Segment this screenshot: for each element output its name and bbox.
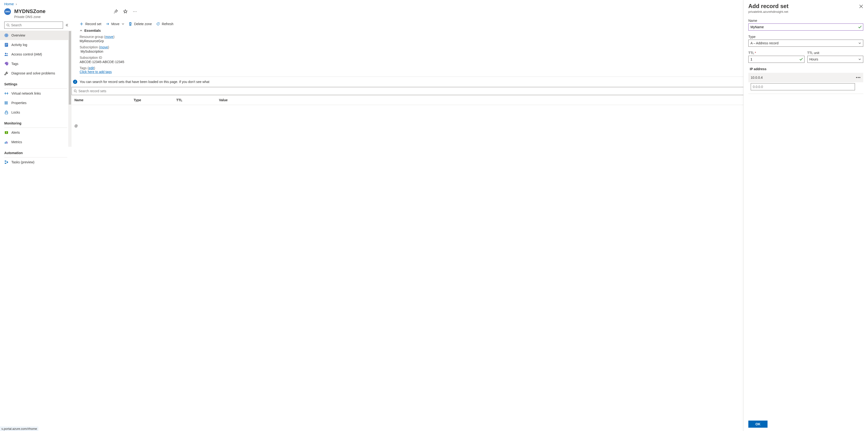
info-message: You can search for record sets that have… <box>80 80 210 84</box>
globe-icon <box>4 33 8 37</box>
essentials-toggle[interactable]: Essentials <box>80 28 860 35</box>
col-ttl[interactable]: TTL <box>176 98 219 102</box>
close-panel-button[interactable] <box>859 4 863 8</box>
page-subtitle: Private DNS zone <box>14 15 99 19</box>
panel-subtitle: privatelink.azurehdinsight.net <box>748 10 863 13</box>
sidebar-item-tasks[interactable]: Tasks (preview) <box>0 157 71 167</box>
sidebar-item-label: Tags <box>11 62 19 66</box>
svg-rect-19 <box>7 142 8 144</box>
chevron-down-icon <box>858 58 861 61</box>
ttl-input[interactable] <box>748 56 805 63</box>
sidebar-group-monitoring: Monitoring <box>0 117 71 127</box>
lock-icon <box>4 110 8 115</box>
properties-icon <box>4 101 8 105</box>
sidebar-group-automation: Automation <box>0 147 71 156</box>
add-tags-link[interactable]: Click here to add tags <box>80 70 112 74</box>
ttl-unit-select[interactable]: Hours <box>807 56 864 63</box>
sidebar-item-label: Locks <box>11 111 20 114</box>
name-input[interactable] <box>748 24 863 31</box>
sidebar-item-label: Alerts <box>11 131 20 134</box>
collapse-sidebar-icon[interactable] <box>65 23 69 27</box>
svg-rect-15 <box>6 132 7 133</box>
tags-edit-link[interactable]: edit <box>89 66 94 70</box>
col-name[interactable]: Name <box>74 98 134 102</box>
subscription-move-link[interactable]: move <box>100 45 108 49</box>
sidebar-item-tags[interactable]: Tags <box>0 59 71 68</box>
col-type[interactable]: Type <box>134 98 176 102</box>
ttl-label: TTL* <box>748 51 805 55</box>
vnet-icon <box>4 91 8 96</box>
tasks-icon <box>4 160 8 164</box>
svg-rect-4 <box>5 44 8 44</box>
svg-point-23 <box>74 90 76 92</box>
type-label: Type <box>748 35 863 39</box>
search-icon <box>6 24 10 27</box>
sidebar-item-access-control[interactable]: Access control (IAM) <box>0 50 71 59</box>
more-icon[interactable]: … <box>133 9 137 13</box>
add-record-set-button[interactable]: Record set <box>80 22 101 26</box>
add-record-set-panel: Add record set privatelink.azurehdinsigh… <box>743 0 868 431</box>
ip-address-label: IP address <box>748 67 863 73</box>
subscription-id-label: Subscription ID <box>80 56 102 60</box>
sidebar-item-label: Diagnose and solve problems <box>11 71 55 75</box>
alert-icon <box>4 130 8 135</box>
page-header: DNS MYDNSZone Private DNS zone … <box>0 7 868 21</box>
refresh-button[interactable]: Refresh <box>156 22 174 26</box>
sidebar-item-locks[interactable]: Locks <box>0 107 71 117</box>
chevron-down-icon <box>858 42 861 44</box>
sidebar-search[interactable] <box>4 22 63 29</box>
svg-rect-11 <box>6 101 6 105</box>
subscription-label: Subscription (move) <box>80 45 109 49</box>
sidebar-item-vnet-links[interactable]: Virtual network links <box>0 89 71 98</box>
wrench-icon <box>4 71 8 75</box>
ok-button[interactable]: OK <box>748 421 768 428</box>
delete-zone-button[interactable]: Delete zone <box>128 22 152 26</box>
ip-row-more-button[interactable]: ••• <box>856 75 861 80</box>
svg-rect-20 <box>5 161 6 162</box>
sidebar-search-input[interactable] <box>11 23 61 27</box>
sidebar-item-label: Access control (IAM) <box>11 52 42 56</box>
sidebar-item-label: Properties <box>11 101 27 105</box>
sidebar-item-activity-log[interactable]: Activity log <box>0 40 71 50</box>
svg-point-7 <box>5 53 6 54</box>
ip-row-existing: 10.0.0.4 ••• <box>748 73 863 82</box>
breadcrumb-home[interactable]: Home <box>4 2 14 6</box>
search-icon <box>74 89 77 93</box>
sidebar-item-label: Metrics <box>11 140 22 144</box>
sidebar-item-overview[interactable]: Overview <box>0 31 71 40</box>
svg-rect-10 <box>5 101 5 105</box>
people-icon <box>4 52 8 56</box>
sidebar-item-alerts[interactable]: Alerts <box>0 128 71 137</box>
sidebar-item-metrics[interactable]: Metrics <box>0 137 71 147</box>
resource-group-label: Resource group (move) <box>80 35 115 39</box>
resource-group-move-link[interactable]: move <box>105 35 113 39</box>
svg-rect-22 <box>7 162 8 163</box>
svg-rect-6 <box>5 45 7 46</box>
status-bar: s.portal.azure.com/#home <box>0 427 38 431</box>
page-title: MYDNSZone <box>14 8 99 14</box>
sidebar-item-properties[interactable]: Properties <box>0 98 71 107</box>
subscription-id-value: ABCDE-12345-ABCDE-12345 <box>80 60 860 64</box>
name-label: Name <box>748 19 863 23</box>
panel-title: Add record set <box>748 3 788 9</box>
sidebar-item-label: Tasks (preview) <box>11 160 34 164</box>
dns-zone-icon: DNS <box>4 8 11 15</box>
log-icon <box>4 43 8 47</box>
resource-group-value: MyResourceGrp <box>80 39 860 43</box>
chevron-up-icon <box>80 29 83 32</box>
svg-rect-5 <box>5 44 8 45</box>
favorite-icon[interactable] <box>123 9 127 13</box>
svg-point-9 <box>7 63 8 64</box>
sidebar-scrollbar[interactable] <box>68 31 71 147</box>
type-select[interactable]: A – Address record <box>748 39 863 47</box>
tag-icon <box>4 62 8 66</box>
move-button[interactable]: Move <box>106 22 124 26</box>
tags-label: Tags (edit) <box>80 66 95 70</box>
svg-rect-17 <box>5 143 5 144</box>
pin-icon[interactable] <box>114 9 118 13</box>
svg-rect-16 <box>6 133 7 134</box>
breadcrumb: Home › <box>0 0 868 7</box>
ip-new-input[interactable] <box>751 83 855 90</box>
ttl-unit-label: TTL unit <box>807 51 864 55</box>
sidebar-item-diagnose[interactable]: Diagnose and solve problems <box>0 68 71 78</box>
